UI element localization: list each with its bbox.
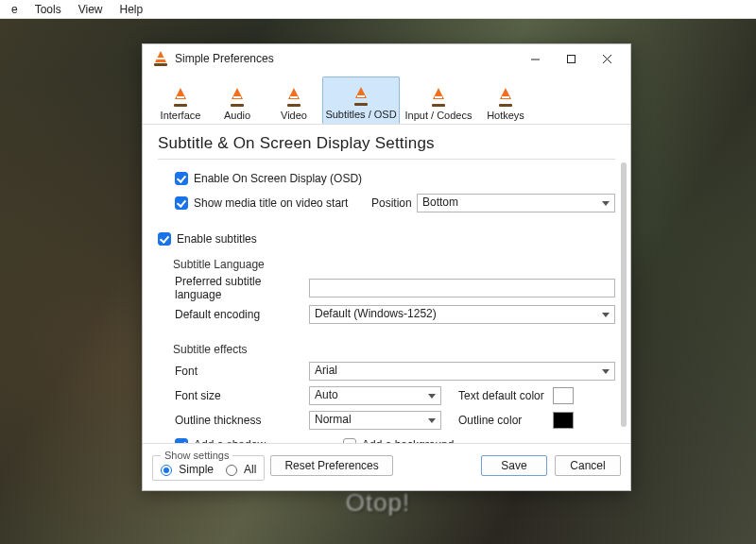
outline-thickness-value: Normal <box>315 413 352 426</box>
menu-item-help[interactable]: Help <box>112 1 151 18</box>
tab-input-codecs[interactable]: Input / Codecs <box>400 76 477 124</box>
dialog-titlebar: Simple Preferences <box>143 44 630 73</box>
tab-label: Interface <box>161 110 201 121</box>
video-subtitle-text: Otop! <box>346 488 411 518</box>
category-tabs: Interface Audio Video Subtitles / OSD In… <box>143 73 630 125</box>
preferences-dialog: Simple Preferences Interface Audio Video… <box>142 43 631 491</box>
default-encoding-select[interactable]: Default (Windows-1252) <box>309 305 615 324</box>
enable-osd-label: Enable On Screen Display (OSD) <box>194 172 362 185</box>
save-button[interactable]: Save <box>481 455 547 476</box>
svg-rect-1 <box>567 55 575 62</box>
subtitle-effects-group: Subtitle effects <box>160 343 615 356</box>
text-default-color-picker[interactable] <box>553 387 574 404</box>
preferred-language-input[interactable] <box>309 279 615 298</box>
maximize-button[interactable] <box>553 45 589 72</box>
font-size-select[interactable]: Auto <box>309 386 441 405</box>
font-value: Arial <box>315 364 337 377</box>
show-settings-simple-label: Simple <box>179 463 214 476</box>
page-heading: Subtitle & On Screen Display Settings <box>158 134 615 153</box>
position-value: Bottom <box>422 196 458 209</box>
menubar: e Tools View Help <box>0 0 756 19</box>
show-media-title-label: Show media title on video start <box>194 196 371 210</box>
reset-preferences-button[interactable]: Reset Preferences <box>270 455 392 476</box>
dialog-title: Simple Preferences <box>175 52 274 65</box>
outline-thickness-label: Outline thickness <box>158 414 309 427</box>
tab-subtitles-osd[interactable]: Subtitles / OSD <box>322 76 400 124</box>
vlc-cone-icon <box>152 50 169 67</box>
font-size-value: Auto <box>315 388 338 401</box>
tab-label: Hotkeys <box>487 110 524 121</box>
preferred-language-label: Preferred subtitle language <box>158 275 309 301</box>
menu-item-tools[interactable]: Tools <box>27 1 69 18</box>
outline-color-label: Outline color <box>458 414 553 427</box>
show-settings-all-label: All <box>244 463 256 476</box>
show-settings-group: Show settings Simple All <box>152 450 265 481</box>
outline-thickness-select[interactable]: Normal <box>309 411 441 430</box>
app-window: e Tools View Help Otop! Simple Preferenc… <box>0 0 756 544</box>
vertical-scrollbar[interactable] <box>621 162 627 427</box>
font-select[interactable]: Arial <box>309 362 615 381</box>
menu-item-view[interactable]: View <box>71 1 111 18</box>
enable-subtitles-label: Enable subtitles <box>177 232 257 246</box>
position-select[interactable]: Bottom <box>417 194 615 212</box>
default-encoding-value: Default (Windows-1252) <box>315 307 437 320</box>
close-button[interactable] <box>589 45 625 72</box>
dialog-body: Subtitle & On Screen Display Settings En… <box>143 125 630 443</box>
enable-subtitles-checkbox[interactable] <box>158 232 171 246</box>
subtitle-language-group: Subtitle Language <box>160 258 615 271</box>
tab-label: Audio <box>224 110 250 121</box>
tab-label: Subtitles / OSD <box>325 109 396 120</box>
enable-osd-checkbox[interactable] <box>175 172 188 185</box>
show-settings-legend: Show settings <box>161 450 232 461</box>
text-default-color-label: Text default color <box>458 389 553 402</box>
font-label: Font <box>158 365 309 378</box>
tab-audio[interactable]: Audio <box>209 76 266 124</box>
tab-video[interactable]: Video <box>266 76 322 124</box>
font-size-label: Font size <box>158 389 309 402</box>
menu-item-partial[interactable]: e <box>4 1 26 18</box>
minimize-button[interactable] <box>517 45 553 72</box>
outline-color-picker[interactable] <box>553 412 574 429</box>
tab-interface[interactable]: Interface <box>152 76 209 124</box>
tab-label: Video <box>281 110 307 121</box>
tab-label: Input / Codecs <box>405 110 472 121</box>
show-settings-simple-radio[interactable] <box>161 465 172 476</box>
show-media-title-checkbox[interactable] <box>175 196 188 210</box>
dialog-footer: Show settings Simple All Reset Preferenc… <box>143 443 630 490</box>
tab-hotkeys[interactable]: Hotkeys <box>477 76 534 124</box>
show-settings-all-radio[interactable] <box>226 465 237 476</box>
cancel-button[interactable]: Cancel <box>555 455 621 476</box>
default-encoding-label: Default encoding <box>158 308 309 321</box>
position-label: Position <box>371 196 417 210</box>
